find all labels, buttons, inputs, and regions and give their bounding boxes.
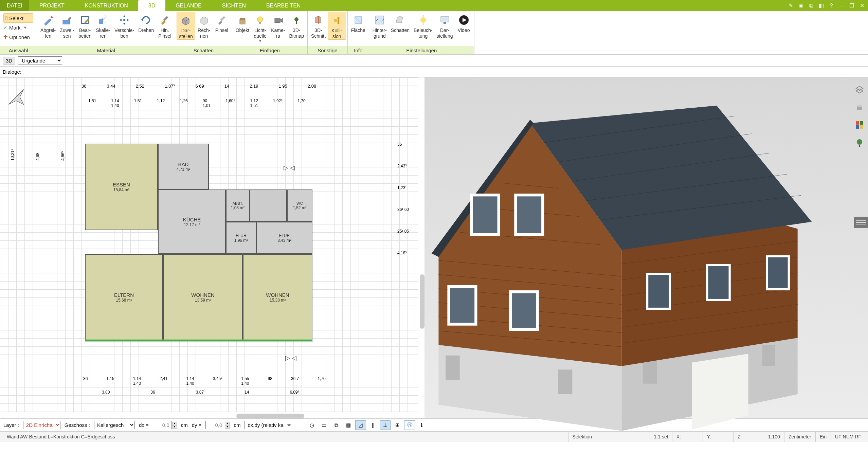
hintergrund-button[interactable]: Hinter- grund bbox=[370, 12, 389, 39]
drehen-button[interactable]: Drehen bbox=[136, 12, 156, 33]
2d-scrollbar-v[interactable] bbox=[420, 274, 424, 329]
menu-tab-projekt[interactable]: PROJEKT bbox=[29, 0, 75, 11]
objekt-button[interactable]: Objekt bbox=[234, 12, 251, 33]
3dschnitt-button[interactable]: 3D- Schnitt bbox=[309, 12, 328, 39]
selected-wall[interactable] bbox=[85, 339, 312, 342]
room-flur1[interactable]: FLUR1,96 m² bbox=[226, 222, 256, 254]
dy-down[interactable]: ▼ bbox=[225, 425, 230, 429]
tool-icon-3[interactable]: ⧉ bbox=[807, 2, 815, 10]
unit-cm-2: cm bbox=[234, 422, 240, 428]
room-essen[interactable]: ESSEN15,84 m² bbox=[85, 144, 158, 230]
dy-up[interactable]: ▲ bbox=[225, 422, 230, 425]
furniture-icon[interactable] bbox=[854, 102, 865, 113]
darstellung-button[interactable]: Dar- stellung bbox=[434, 12, 455, 39]
3dbitmap-button[interactable]: 3D- Bitmap bbox=[287, 12, 306, 39]
geschoss-select[interactable]: Kellergesch bbox=[94, 421, 135, 429]
verschieben-button[interactable]: Verschie- ben bbox=[112, 12, 136, 39]
group-label-einstellungen: Einstellungen bbox=[369, 46, 474, 54]
snap-time-icon[interactable]: ◷ bbox=[306, 420, 317, 430]
menu-tab-bearbeiten[interactable]: BEARBEITEN bbox=[256, 0, 311, 11]
abgreifen-button[interactable]: Abgrei- fen bbox=[38, 12, 58, 39]
window-buttons: ✎ ▣ ⧉ ◧ ? – ❐ ✕ bbox=[786, 0, 868, 11]
help-icon[interactable]: ? bbox=[827, 2, 835, 10]
dialoge-bar: Dialoge: bbox=[0, 67, 868, 77]
video-button[interactable]: Video bbox=[455, 12, 473, 33]
snap-grid-icon[interactable]: ⊞ bbox=[392, 420, 403, 430]
bearbeiten-button[interactable]: Bear- beiten bbox=[76, 12, 94, 39]
minimize-icon[interactable]: – bbox=[837, 2, 846, 10]
darstellen-button[interactable]: Dar- stellen bbox=[177, 12, 195, 40]
mark-button[interactable]: ✓Mark.▼ bbox=[3, 23, 33, 32]
layers-icon[interactable] bbox=[854, 84, 865, 95]
svg-rect-11 bbox=[259, 22, 261, 24]
terrain-select[interactable]: Urgelände bbox=[18, 56, 62, 65]
snap-icons: ◷ ▭ ⧉ ▦ ◿ ∥ ⊥ ⊞ Ⓝ ℹ bbox=[306, 420, 427, 430]
svg-rect-62 bbox=[517, 196, 542, 233]
tool-icon-2[interactable]: ▣ bbox=[797, 2, 805, 10]
snap-perp-icon[interactable]: ⊥ bbox=[380, 420, 391, 430]
snap-parallel-icon[interactable]: ∥ bbox=[367, 420, 378, 430]
snap-layers-icon[interactable]: ⧉ bbox=[331, 420, 342, 430]
floorplan: ESSEN15,84 m² BAD4,71 m² KÜCHE12,17 m² A… bbox=[85, 144, 333, 351]
kollision-button[interactable]: Kolli- sion bbox=[328, 12, 346, 40]
menu-tab-datei[interactable]: DATEI bbox=[0, 0, 29, 11]
stair-area[interactable] bbox=[250, 189, 287, 222]
kamera-button[interactable]: Kame- ra bbox=[269, 12, 287, 39]
dims-bottom2: 3,80363,87146,09⁵ bbox=[102, 390, 300, 395]
schatten-settings-button[interactable]: Schatten bbox=[389, 12, 412, 33]
2d-view[interactable]: 363,442,521,87⁵6 69142,191 952,08 1,511,… bbox=[0, 77, 424, 418]
room-bad[interactable]: BAD4,71 m² bbox=[158, 144, 209, 189]
relative-select[interactable]: dx,dy (relativ ka bbox=[245, 421, 292, 429]
menu-tab-sichten[interactable]: SICHTEN bbox=[212, 0, 256, 11]
dx-down[interactable]: ▼ bbox=[172, 425, 177, 429]
room-flur2[interactable]: FLUR3,43 m² bbox=[256, 222, 312, 254]
room-wc[interactable]: WC1,52 m² bbox=[287, 189, 312, 222]
skalieren-button[interactable]: Skalie- ren bbox=[94, 12, 112, 39]
room-wohnen2[interactable]: WOHNEN15,38 m² bbox=[243, 254, 312, 341]
snap-rect-icon[interactable]: ▭ bbox=[319, 420, 329, 430]
beleuchtung-button[interactable]: Beleuch- tung bbox=[412, 12, 434, 39]
snap-color-icon[interactable]: ▦ bbox=[343, 420, 354, 430]
selekt-button[interactable]: ▯Selekt bbox=[3, 13, 33, 23]
pinsel-button[interactable]: Pinsel bbox=[213, 12, 231, 33]
ribbon-group-einfuegen: Objekt Licht- quelle▼ Kame- ra 3D- Bitma… bbox=[232, 11, 308, 54]
hinpinsel-button[interactable]: Hin. Pinsel bbox=[156, 12, 174, 39]
close-icon[interactable]: ✕ bbox=[858, 2, 866, 10]
3d-view[interactable] bbox=[424, 77, 868, 418]
dx-input[interactable] bbox=[153, 421, 171, 429]
materials-icon[interactable] bbox=[854, 120, 865, 130]
tool-icon-1[interactable]: ✎ bbox=[786, 2, 795, 10]
snap-angle-icon[interactable]: ◿ bbox=[355, 420, 366, 430]
room-wohnen1[interactable]: WOHNEN13,59 m² bbox=[163, 254, 243, 341]
maximize-icon[interactable]: ❐ bbox=[848, 2, 856, 10]
group-label-schatten: Schatten bbox=[175, 46, 232, 54]
layer-select[interactable]: 2D Einrichtu bbox=[23, 421, 60, 429]
ribbon-group-info: Fläche Info bbox=[348, 11, 369, 54]
snap-north-icon[interactable]: Ⓝ bbox=[404, 420, 415, 430]
ribbon-group-schatten: Dar- stellen Rech- nen Pinsel Schatten bbox=[175, 11, 232, 54]
svg-rect-1 bbox=[63, 20, 70, 24]
svg-rect-12 bbox=[275, 18, 280, 23]
svg-point-13 bbox=[294, 17, 299, 21]
tool-icon-4[interactable]: ◧ bbox=[817, 2, 825, 10]
flaeche-button[interactable]: Fläche bbox=[349, 12, 367, 33]
dy-input[interactable] bbox=[205, 421, 224, 429]
svg-rect-25 bbox=[441, 17, 449, 22]
2d-scrollbar-h[interactable] bbox=[236, 414, 304, 418]
room-eltern[interactable]: ELTERN15,68 m² bbox=[85, 254, 163, 341]
room-abst[interactable]: ABST.1,08 m² bbox=[226, 189, 250, 222]
optionen-button[interactable]: ✚Optionen bbox=[3, 32, 33, 42]
group-label-auswahl: Auswahl bbox=[0, 46, 37, 54]
dx-up[interactable]: ▲ bbox=[172, 422, 177, 425]
menu-tab-konstruktion[interactable]: KONSTRUKTION bbox=[75, 0, 138, 11]
lichtquelle-button[interactable]: Licht- quelle▼ bbox=[251, 12, 269, 43]
zuweisen-button[interactable]: Zuwei- sen bbox=[58, 12, 76, 39]
rechnen-button[interactable]: Rech- nen bbox=[195, 12, 213, 39]
menu-tab-gelaende[interactable]: GELÄNDE bbox=[165, 0, 212, 11]
menu-tab-3d[interactable]: 3D bbox=[138, 0, 165, 11]
dims-right: 362,43⁵1,23¹36¹ 6025¹ 054,18⁵ bbox=[397, 142, 409, 255]
side-panel-handle[interactable] bbox=[854, 217, 868, 228]
svg-rect-72 bbox=[768, 257, 788, 288]
room-kueche[interactable]: KÜCHE12,17 m² bbox=[158, 189, 226, 254]
plants-icon[interactable] bbox=[854, 137, 865, 148]
